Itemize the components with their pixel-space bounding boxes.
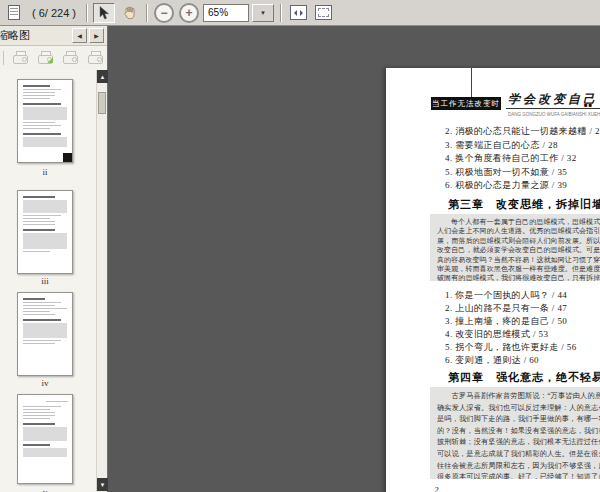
thumbnail-label: v bbox=[0, 487, 90, 492]
arrow-cursor-icon bbox=[98, 6, 110, 20]
toolbar-separator bbox=[280, 4, 281, 22]
toc-item: 2. 消极的心态只能让一切越来越糟 / 25 bbox=[445, 125, 600, 138]
toolbar-separator bbox=[146, 4, 147, 22]
header-vertical-rule bbox=[471, 68, 472, 98]
sidebar-toolbar bbox=[0, 46, 107, 71]
thumbnail-label: iii bbox=[0, 276, 90, 286]
select-tool-button[interactable] bbox=[93, 3, 115, 23]
toc-item: 5. 拐个弯儿，路也许更好走 / 56 bbox=[445, 341, 577, 354]
toc-item: 6. 变则通，通则达 / 60 bbox=[445, 354, 539, 367]
thumbnail-list: ii iii iv v bbox=[0, 70, 96, 492]
chevron-down-icon: ▼ bbox=[260, 10, 266, 16]
zoom-level-field[interactable]: 65% bbox=[203, 4, 249, 22]
fit-page-icon bbox=[315, 5, 332, 20]
thumbnail-label: iv bbox=[0, 378, 90, 388]
toc-item: 5. 积极地面对一切不如意 / 35 bbox=[445, 166, 567, 179]
thumbnail-page-iv[interactable] bbox=[17, 292, 73, 376]
main-toolbar: ( 6/ 224 ) − + 65% ▼ bbox=[0, 0, 600, 26]
chapter4-intro-box: 古罗马喜剧作家普劳图斯说：“万事皆由人的意志创造。”这句话确实发人深省。我们也可… bbox=[430, 387, 600, 479]
document-icon bbox=[8, 5, 20, 20]
chapter4-heading: 第四章 强化意志，绝不轻易被困难打倒 bbox=[448, 370, 600, 385]
zoom-in-button[interactable]: + bbox=[178, 3, 200, 23]
toc-item: 3. 需要端正自己的心态 / 28 bbox=[445, 139, 558, 152]
toc-item: 1. 你是一个固执的人吗？ / 44 bbox=[445, 289, 567, 302]
document-canvas[interactable]: 当工作无法改变时 学会改变自己 ■■ DANG GONGZUO WUFA GAI… bbox=[108, 26, 600, 492]
hand-icon bbox=[122, 5, 137, 20]
header-dots: ■■ bbox=[584, 102, 593, 108]
minus-circle-icon: − bbox=[154, 3, 174, 23]
zoom-out-button[interactable]: − bbox=[153, 3, 175, 23]
print-page-icon[interactable] bbox=[13, 51, 29, 65]
series-title-box: 当工作无法改变时 bbox=[431, 97, 501, 110]
fit-width-icon bbox=[290, 5, 307, 20]
hand-tool-button[interactable] bbox=[118, 3, 140, 23]
thumbnail-label: ii bbox=[0, 167, 90, 177]
toc-item: 2. 上山的路不是只有一条 / 47 bbox=[445, 302, 567, 315]
toc-item: 4. 换个角度看待自己的工作 / 32 bbox=[445, 152, 577, 165]
thumbnail-page-ii[interactable] bbox=[17, 79, 73, 163]
chapter3-intro-box: 每个人都有一套属于自己的思维模式，思维模式的不同，往往导致人们会走上不同的人生道… bbox=[430, 214, 600, 281]
document-page: 当工作无法改变时 学会改变自己 ■■ DANG GONGZUO WUFA GAI… bbox=[386, 68, 600, 492]
header-pinyin: DANG GONGZUO WUFA GAIBIANSHI XUEHUI GAIB… bbox=[508, 111, 600, 116]
fit-page-button[interactable] bbox=[312, 3, 334, 23]
collapse-panel-button[interactable]: ◀ bbox=[72, 28, 87, 43]
page-number: 2 bbox=[434, 485, 439, 492]
fit-width-button[interactable] bbox=[287, 3, 309, 23]
sidebar-title: 缩略图 bbox=[0, 28, 30, 43]
scroll-up-icon[interactable]: ▲ bbox=[97, 70, 108, 83]
chapter3-heading: 第三章 改变思维，拆掉旧墙才能走上新路 bbox=[448, 197, 600, 212]
thumbnails-sidebar: 缩略图 ◀ ▶ i bbox=[0, 26, 108, 492]
toc-item: 3. 撞上南墙，疼的是自己 / 50 bbox=[445, 315, 567, 328]
current-page-marker bbox=[63, 153, 72, 162]
expand-panel-button[interactable]: ▶ bbox=[89, 28, 104, 43]
thumbnail-page-v[interactable] bbox=[17, 394, 73, 484]
pages-panel-button[interactable] bbox=[3, 3, 25, 23]
plus-circle-icon: + bbox=[179, 3, 199, 23]
sidebar-header: 缩略图 ◀ ▶ bbox=[0, 26, 107, 46]
page-indicator: ( 6/ 224 ) bbox=[28, 7, 80, 19]
delete-page-icon[interactable] bbox=[88, 51, 104, 65]
scroll-down-icon[interactable]: ▼ bbox=[97, 478, 108, 491]
export-page-icon[interactable] bbox=[38, 51, 54, 65]
rotate-page-icon[interactable] bbox=[63, 51, 79, 65]
toc-item: 6. 积极的心态是力量之源 / 39 bbox=[445, 179, 567, 192]
header-rule bbox=[506, 108, 600, 109]
sidebar-tool-separator bbox=[3, 51, 4, 65]
scrollbar-thumb[interactable] bbox=[98, 92, 106, 114]
toolbar-separator bbox=[86, 4, 87, 22]
zoom-dropdown-button[interactable]: ▼ bbox=[252, 4, 274, 22]
sidebar-scrollbar[interactable]: ▲ ▼ bbox=[96, 70, 107, 492]
thumbnail-page-iii[interactable] bbox=[17, 190, 73, 274]
toc-item: 4. 改变旧的思维模式 / 53 bbox=[445, 328, 548, 341]
